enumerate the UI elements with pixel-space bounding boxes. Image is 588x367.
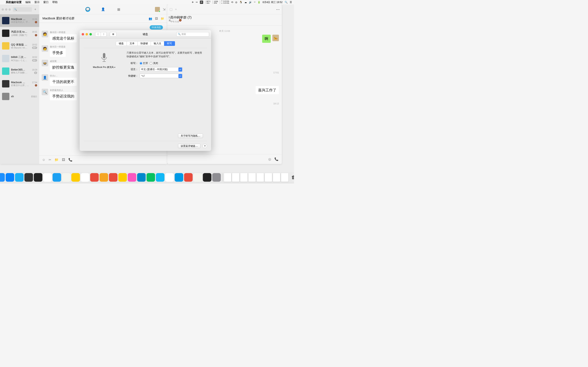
temp-status[interactable]: 55°CSEN — [205, 1, 210, 4]
minimize-icon[interactable]: ⇲ — [163, 7, 165, 11]
tool-icon[interactable]: ✂ — [196, 1, 198, 4]
wechat2-add[interactable]: + — [175, 8, 177, 11]
traffic-lights[interactable] — [2, 8, 11, 11]
menubar-app-name[interactable]: 系统偏好设置 — [6, 0, 22, 4]
privacy-button[interactable]: 关于听写与隐私… — [178, 133, 203, 138]
dock-app-spark[interactable] — [109, 173, 118, 182]
conversation-item[interactable]: MacBook …19:36 本群最穷的人: 手…🔕 — [0, 14, 39, 27]
conversation-item[interactable]: bilibili 二次…19:52 ACGあいうえ…99+ — [0, 52, 39, 65]
dock-app-safari[interactable] — [15, 173, 24, 182]
dictation-off-radio[interactable]: 关闭 — [150, 62, 158, 65]
location-icon[interactable]: ✈ — [192, 1, 194, 4]
menu-help[interactable]: 帮助 — [52, 0, 58, 4]
wechat-icon[interactable]: ☁ — [244, 1, 247, 4]
dock-app-calendar[interactable] — [81, 173, 89, 182]
dock-trash[interactable]: 🗑 — [289, 173, 294, 182]
dock-app-settings[interactable] — [212, 173, 221, 182]
sender-avatar[interactable]: 🧑 — [42, 45, 48, 52]
dock-app-bird[interactable] — [53, 173, 61, 182]
shortcut-select[interactable]: ⌥/▴▾ — [140, 74, 182, 78]
wechat-add-button[interactable]: + — [33, 7, 38, 12]
dock-app-finder[interactable] — [0, 173, 5, 182]
wechat-search-input[interactable]: 🔍 — [13, 7, 32, 12]
dock-app-qq-music[interactable] — [118, 173, 127, 182]
image-icon[interactable]: 🖼 — [155, 17, 158, 20]
dock-file-file2[interactable] — [232, 173, 240, 182]
folder-icon[interactable]: 📁 — [161, 17, 164, 20]
dock-app-chrome[interactable] — [43, 173, 52, 182]
input-method-icon[interactable]: 拼 — [200, 1, 203, 4]
qq-icon[interactable]: 🐧 — [239, 1, 242, 4]
sysprefs-tab[interactable]: 键盘 — [116, 41, 127, 46]
file-icon[interactable]: 📁 — [54, 158, 59, 162]
members-icon[interactable]: 👥 — [149, 17, 152, 20]
sysprefs-search-input[interactable]: 🔍搜索 — [176, 32, 209, 36]
conversation-item[interactable]: 鸿星尔克 to…18:31 尛蝴蝶: [我酸了]🔕 — [0, 27, 39, 40]
contacts-tab-icon[interactable]: 👤 — [100, 7, 106, 12]
conversation-item[interactable]: Better365…19:29 糖味儿不加醋:…2 — [0, 65, 39, 77]
new-messages-pill[interactable]: 31条消息 — [150, 25, 163, 30]
sysprefs-tab[interactable]: 快捷键 — [138, 41, 151, 46]
help-button[interactable]: ? — [203, 144, 207, 148]
dock-app-textedit[interactable] — [62, 173, 71, 182]
dock-app-pdf[interactable] — [184, 173, 193, 182]
conversation-item[interactable]: Macbook …17:54 好像没什么用，…🔕 — [0, 77, 39, 90]
dock-app-pages[interactable] — [165, 173, 174, 182]
spotlight-icon[interactable]: 🔍 — [285, 1, 288, 4]
dock-app-music-red[interactable] — [90, 173, 99, 182]
rpm-status[interactable]: 1226RPM — [213, 1, 218, 4]
dock-app-honey[interactable] — [100, 173, 108, 182]
dock-file-file1[interactable] — [224, 173, 231, 182]
emoji-icon[interactable]: ☺ — [42, 158, 45, 162]
network-status[interactable]: ⇡ 0.0 K/s⇣ 0.0 K/s — [220, 0, 229, 4]
language-select[interactable]: 中文 (普通话 - 中国大陆)▴▾ — [140, 67, 182, 72]
sync-icon[interactable]: ⟲ — [231, 1, 233, 4]
dock-app-qq[interactable] — [156, 173, 164, 182]
dock-file-png[interactable] — [281, 173, 288, 182]
traffic-lights[interactable] — [82, 33, 92, 35]
dock-app-istat[interactable] — [34, 173, 43, 182]
microphone-selector[interactable]: MacBook Pro 麦克风▾ — [92, 66, 116, 69]
wechat2-more-icon[interactable]: ⋯ — [276, 7, 280, 12]
conversation-item[interactable]: xh星期日 — [0, 90, 39, 103]
target-icon[interactable]: ◎ — [235, 1, 237, 4]
control-center-icon[interactable]: ☰ — [290, 1, 292, 4]
dock-file-file4[interactable] — [249, 173, 256, 182]
dock-app-charts[interactable] — [194, 173, 202, 182]
sender-avatar[interactable]: 👤 — [42, 74, 48, 81]
sender-avatar[interactable]: 🔍 — [42, 89, 48, 95]
dictation-on-radio[interactable]: 打开 — [140, 62, 148, 65]
menu-edit[interactable]: 编辑 — [25, 0, 31, 4]
dock-app-telegram[interactable] — [137, 173, 146, 182]
back-button[interactable]: ⟨ — [95, 32, 101, 36]
wifi-icon[interactable]: ⌔ — [254, 1, 255, 4]
volume-icon[interactable]: 🔊 — [249, 1, 252, 4]
dock-file-chart[interactable] — [257, 173, 264, 182]
dock-app-notes[interactable] — [71, 173, 80, 182]
my-avatar[interactable]: 🐆 — [272, 35, 279, 41]
dock-app-appstore[interactable] — [6, 173, 14, 182]
record-icon[interactable]: ◎ — [268, 157, 271, 161]
sysprefs-tab[interactable]: 输入法 — [151, 41, 164, 46]
scissors-icon[interactable]: ✂ — [49, 158, 51, 162]
conversation-item[interactable]: QQ 体验版 …19:52 Mi Manchi: hh…99+ — [0, 40, 39, 52]
dock-file-sheet[interactable] — [265, 173, 272, 182]
battery-icon[interactable]: 🔋 — [258, 1, 260, 4]
wechat2-tab-blank[interactable]: ▢ — [169, 7, 173, 11]
chats-tab-icon[interactable]: 💬 — [85, 7, 90, 12]
video-call-icon[interactable]: 📞 — [274, 157, 278, 161]
dock-file-file3[interactable] — [240, 173, 248, 182]
sender-avatar[interactable]: 🧑 — [42, 31, 48, 37]
call-icon[interactable]: 📞 — [68, 158, 72, 162]
apps-tab-icon[interactable]: ▦ — [116, 7, 121, 12]
menu-view[interactable]: 显示 — [34, 0, 40, 4]
sysprefs-tab[interactable]: 听写 — [164, 41, 175, 46]
dock-app-pdf-reader[interactable] — [175, 173, 183, 182]
forward-button[interactable]: ⟩ — [101, 32, 107, 36]
dock-app-music[interactable] — [128, 173, 136, 182]
sysprefs-tab[interactable]: 文本 — [127, 41, 138, 46]
dock-app-wechat[interactable] — [147, 173, 155, 182]
bluetooth-keyboard-button[interactable]: 设置蓝牙键盘… — [178, 144, 200, 148]
wechat-avatar[interactable] — [155, 7, 160, 12]
sender-avatar[interactable]: 🍲 — [42, 60, 48, 66]
